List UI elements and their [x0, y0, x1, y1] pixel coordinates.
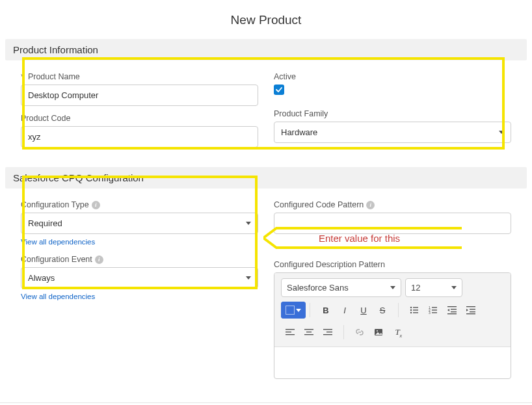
view-deps-link[interactable]: View all dependencies: [21, 293, 258, 300]
image-icon: [374, 328, 383, 337]
section-product-info-header: Product Information: [5, 39, 527, 60]
rte-size-select[interactable]: 12: [405, 278, 462, 297]
chevron-down-icon: [390, 286, 395, 289]
svg-rect-23: [304, 329, 313, 330]
svg-rect-18: [470, 311, 475, 312]
rte-number-list-button[interactable]: 123: [424, 301, 442, 319]
chevron-down-icon: [451, 286, 457, 289]
chevron-down-icon: [246, 222, 251, 225]
svg-rect-14: [451, 311, 457, 312]
svg-rect-11: [432, 312, 437, 313]
align-left-icon: [286, 328, 295, 337]
rte-outdent-button[interactable]: [443, 301, 461, 319]
info-icon[interactable]: i: [366, 201, 375, 209]
svg-rect-24: [306, 332, 312, 332]
svg-rect-17: [470, 309, 475, 309]
indent-icon: [466, 306, 475, 315]
product-code-input[interactable]: [21, 126, 258, 148]
align-center-icon: [304, 328, 313, 337]
active-checkbox[interactable]: [274, 85, 284, 95]
config-event-label: Configuration Event i: [21, 255, 258, 264]
bullet-list-icon: [410, 306, 419, 315]
svg-rect-5: [413, 312, 418, 313]
rte-link-button[interactable]: [351, 323, 369, 341]
rte-strike-button[interactable]: S: [373, 301, 392, 319]
link-icon: [355, 328, 364, 337]
product-name-input[interactable]: [21, 85, 258, 106]
product-name-label: *Product Name: [21, 72, 258, 81]
align-right-icon: [323, 328, 332, 337]
rte-italic-button[interactable]: I: [336, 301, 354, 319]
chevron-down-icon: [296, 309, 301, 312]
product-family-label: Product Family: [274, 109, 511, 118]
svg-rect-21: [286, 332, 291, 332]
modal-title: New Product: [0, 0, 532, 39]
svg-rect-16: [466, 306, 475, 307]
rte-body[interactable]: [274, 347, 511, 378]
code-pattern-label: Configured Code Pattern i: [274, 200, 511, 209]
svg-point-4: [410, 312, 412, 313]
config-type-select[interactable]: Required: [21, 213, 258, 234]
desc-pattern-label: Configured Description Pattern: [274, 260, 511, 269]
svg-rect-15: [447, 313, 457, 314]
svg-rect-28: [323, 334, 332, 335]
rich-text-editor: Salesforce Sans 12: [274, 272, 511, 379]
check-icon: [276, 86, 282, 93]
svg-rect-13: [451, 309, 457, 309]
svg-rect-27: [326, 332, 332, 332]
product-family-select[interactable]: Hardware: [274, 122, 511, 143]
svg-rect-3: [413, 309, 418, 310]
config-type-label: Configuration Type i: [21, 200, 258, 209]
section-cpq-header: Salesforce CPQ Configuration: [5, 167, 527, 189]
svg-rect-19: [466, 313, 475, 314]
number-list-icon: 123: [429, 306, 438, 315]
rte-align-left-button[interactable]: [281, 323, 299, 341]
active-label: Active: [274, 72, 511, 81]
info-icon[interactable]: i: [92, 201, 100, 209]
svg-rect-25: [304, 334, 313, 335]
svg-point-2: [410, 309, 412, 311]
chevron-down-icon: [246, 276, 251, 280]
outdent-icon: [447, 306, 457, 315]
rte-bold-button[interactable]: B: [317, 301, 335, 319]
rte-align-center-button[interactable]: [300, 323, 318, 341]
rte-image-button[interactable]: [369, 323, 388, 341]
rte-bullet-list-button[interactable]: [405, 301, 423, 319]
rte-color-button[interactable]: [281, 302, 306, 319]
svg-rect-12: [447, 306, 457, 307]
config-event-select[interactable]: Always: [21, 267, 258, 289]
svg-rect-9: [432, 309, 437, 310]
chevron-down-icon: [499, 131, 504, 134]
info-icon[interactable]: i: [95, 255, 103, 264]
rte-indent-button[interactable]: [462, 301, 480, 319]
svg-text:3: 3: [429, 311, 431, 315]
svg-rect-1: [413, 307, 418, 307]
product-code-label: Product Code: [21, 114, 258, 123]
rte-underline-button[interactable]: U: [354, 301, 373, 319]
rte-font-select[interactable]: Salesforce Sans: [281, 278, 401, 297]
svg-rect-20: [286, 329, 295, 330]
svg-point-0: [410, 307, 412, 308]
svg-rect-26: [323, 329, 332, 330]
code-pattern-input[interactable]: [274, 213, 511, 234]
rte-clear-format-button[interactable]: Tx: [388, 323, 406, 341]
rte-align-right-button[interactable]: [319, 323, 337, 341]
svg-point-30: [377, 330, 378, 332]
svg-rect-22: [286, 334, 295, 335]
view-deps-link[interactable]: View all dependencies: [21, 238, 258, 246]
svg-rect-7: [432, 307, 437, 307]
